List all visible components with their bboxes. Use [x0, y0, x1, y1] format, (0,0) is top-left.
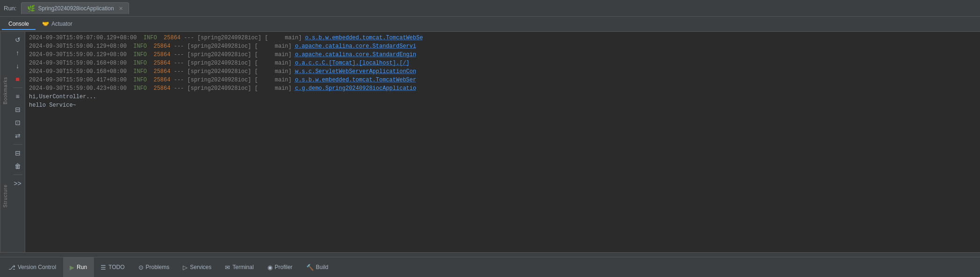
log-line: 2024-09-30T15:59:00.129+08:00 INFO 25864…	[29, 51, 976, 59]
bookmarks-label[interactable]: Bookmarks	[3, 77, 8, 104]
run-label: Run:	[4, 5, 16, 12]
bottom-tab-profiler[interactable]: ◉ Profiler	[261, 257, 300, 277]
bottom-tab-terminal[interactable]: ✉ Terminal	[218, 257, 260, 277]
screenshot-button[interactable]: ⊡	[12, 117, 24, 129]
profiler-icon: ◉	[267, 264, 273, 271]
log-line: 2024-09-30T15:59:00.168+08:00 INFO 25864…	[29, 59, 976, 67]
tabs-row: Console 🤝 Actuator	[0, 17, 980, 32]
bottom-tab-services-label: Services	[190, 264, 211, 270]
log-line: 2024-09-30T15:59:00.129+08:00 INFO 25864…	[29, 42, 976, 51]
tab-actuator[interactable]: 🤝 Actuator	[36, 19, 79, 30]
bottom-tab-problems-label: Problems	[146, 264, 170, 270]
version-control-icon: ⎇	[8, 264, 15, 271]
problems-icon: ⊙	[138, 264, 144, 271]
bottom-tab-services[interactable]: ▷ Services	[176, 257, 218, 277]
spring-icon: 🌿	[27, 5, 35, 12]
bottom-tab-build-label: Build	[316, 264, 329, 270]
main-area: Bookmarks Structure ↺ ↑ ↓ ■ ≡ ⊟ ⊡ ⇄ ⊟ 🗑 …	[0, 32, 980, 252]
actuator-icon: 🤝	[42, 21, 49, 27]
todo-icon: ☰	[101, 264, 106, 271]
bottom-tab-version-control[interactable]: ⎇ Version Control	[2, 257, 63, 277]
stop-button[interactable]: ■	[12, 73, 24, 85]
tab-console-label: Console	[8, 21, 29, 27]
bottom-tab-problems[interactable]: ⊙ Problems	[132, 257, 177, 277]
left-toolbar: ↺ ↑ ↓ ■ ≡ ⊟ ⊡ ⇄ ⊟ 🗑 >>	[10, 32, 25, 252]
bottom-tab-build[interactable]: 🔨 Build	[300, 257, 336, 277]
horizontal-scrollbar[interactable]	[0, 252, 980, 257]
scroll-up-button[interactable]: ↑	[12, 47, 24, 59]
bottom-tab-todo[interactable]: ☰ TODO	[94, 257, 131, 277]
run-bar: Run: 🌿 Spring20240928iocApplication ✕	[0, 0, 980, 17]
structure-label[interactable]: Structure	[3, 184, 8, 208]
log-line: 2024-09-30T15:59:00.423+08:00 INFO 25864…	[29, 84, 976, 93]
bottom-bar: ⎇ Version Control ▶ Run ☰ TODO ⊙ Problem…	[0, 257, 980, 277]
console-output[interactable]: 2024-09-30T15:09:07:00.129+08:00 INFO 25…	[25, 32, 980, 252]
filter-button[interactable]: ⇄	[12, 130, 24, 142]
wrap-button[interactable]: ≡	[12, 90, 24, 102]
log-line: 2024-09-30T15:59:00.417+08:00 INFO 25864…	[29, 76, 976, 84]
restart-button[interactable]: ↺	[12, 34, 24, 46]
print-button[interactable]: ⊟	[12, 147, 24, 159]
delete-button[interactable]: 🗑	[12, 160, 24, 172]
console-text-line-2: hello Service~	[29, 101, 976, 109]
console-text-line-1: hi,UserController...	[29, 93, 976, 101]
bottom-tab-run[interactable]: ▶ Run	[63, 257, 94, 277]
run-tab-close-icon[interactable]: ✕	[119, 6, 123, 12]
tab-console[interactable]: Console	[2, 19, 36, 30]
bottom-tab-run-label: Run	[77, 264, 87, 270]
clear-button[interactable]: ⊟	[12, 103, 24, 116]
scroll-down-button[interactable]: ↓	[12, 60, 24, 72]
bottom-tab-version-control-label: Version Control	[18, 264, 56, 270]
expand-button[interactable]: >>	[12, 177, 24, 190]
run-tab-name: Spring20240928iocApplication	[38, 5, 114, 12]
run-icon: ▶	[70, 264, 74, 271]
bottom-tab-todo-label: TODO	[108, 264, 124, 270]
bottom-tab-terminal-label: Terminal	[232, 264, 253, 270]
toolbar-divider-3	[13, 175, 22, 175]
toolbar-divider-1	[13, 87, 22, 88]
bottom-tab-profiler-label: Profiler	[275, 264, 293, 270]
run-tab[interactable]: 🌿 Spring20240928iocApplication ✕	[21, 2, 129, 14]
build-icon: 🔨	[306, 264, 314, 271]
log-line: 2024-09-30T15:59:00.168+08:00 INFO 25864…	[29, 67, 976, 76]
services-icon: ▷	[183, 264, 187, 271]
side-labels: Bookmarks Structure	[0, 32, 10, 252]
terminal-icon: ✉	[225, 264, 230, 271]
toolbar-divider-2	[13, 144, 22, 145]
tab-actuator-label: Actuator	[51, 21, 72, 27]
log-line: 2024-09-30T15:09:07:00.129+08:00 INFO 25…	[29, 34, 976, 42]
